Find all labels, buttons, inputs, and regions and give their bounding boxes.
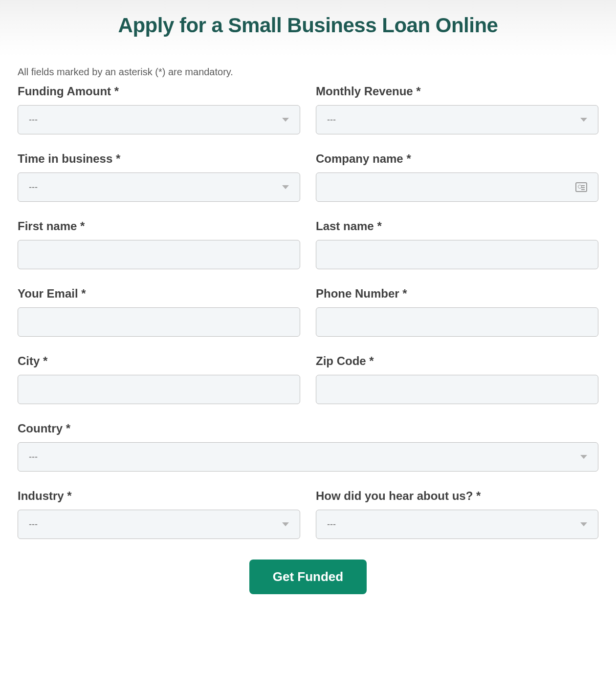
field-city: City * [18,354,300,404]
select-value: --- [29,115,277,125]
select-industry[interactable]: --- [18,510,300,539]
field-first-name: First name * [18,219,300,269]
email-input[interactable] [29,308,289,336]
phone-input[interactable] [327,308,587,336]
select-value: --- [327,519,575,530]
page-title: Apply for a Small Business Loan Online [0,14,616,37]
select-hear-about[interactable]: --- [316,510,598,539]
id-card-icon [575,182,587,192]
label-monthly-revenue: Monthly Revenue * [316,85,598,98]
select-value: --- [29,182,277,193]
label-time-in-business: Time in business * [18,152,300,166]
field-country: Country * --- [18,422,598,472]
label-city: City * [18,354,300,368]
label-industry: Industry * [18,489,300,503]
mandatory-note: All fields marked by an asterisk (*) are… [18,66,598,78]
label-funding-amount: Funding Amount * [18,85,300,98]
submit-row: Get Funded [18,560,598,594]
select-monthly-revenue[interactable]: --- [316,105,598,134]
field-monthly-revenue: Monthly Revenue * --- [316,85,598,134]
field-time-in-business: Time in business * --- [18,152,300,202]
label-email: Your Email * [18,287,300,301]
label-phone: Phone Number * [316,287,598,301]
input-wrapper-city [18,375,300,404]
field-funding-amount: Funding Amount * --- [18,85,300,134]
label-hear-about: How did you hear about us? * [316,489,598,503]
get-funded-button[interactable]: Get Funded [249,560,367,594]
input-wrapper-last-name [316,240,598,269]
input-wrapper-email [18,307,300,337]
field-industry: Industry * --- [18,489,300,539]
input-wrapper-first-name [18,240,300,269]
chevron-down-icon [580,455,587,459]
chevron-down-icon [282,522,289,526]
label-country: Country * [18,422,598,435]
select-value: --- [29,452,575,462]
field-company-name: Company name * [316,152,598,202]
header: Apply for a Small Business Loan Online [0,0,616,57]
select-value: --- [327,115,575,125]
chevron-down-icon [580,118,587,122]
chevron-down-icon [282,185,289,189]
label-company-name: Company name * [316,152,598,166]
field-zip: Zip Code * [316,354,598,404]
select-country[interactable]: --- [18,442,598,472]
company-name-input[interactable] [327,173,575,201]
zip-input[interactable] [327,375,587,404]
chevron-down-icon [282,118,289,122]
input-wrapper-phone [316,307,598,337]
select-value: --- [29,519,277,530]
label-last-name: Last name * [316,219,598,233]
chevron-down-icon [580,522,587,526]
first-name-input[interactable] [29,240,289,269]
input-wrapper-company-name [316,172,598,202]
input-wrapper-zip [316,375,598,404]
label-zip: Zip Code * [316,354,598,368]
city-input[interactable] [29,375,289,404]
field-phone: Phone Number * [316,287,598,337]
field-email: Your Email * [18,287,300,337]
field-last-name: Last name * [316,219,598,269]
select-time-in-business[interactable]: --- [18,172,300,202]
select-funding-amount[interactable]: --- [18,105,300,134]
label-first-name: First name * [18,219,300,233]
form-grid: Funding Amount * --- Monthly Revenue * -… [18,85,598,539]
form-wrapper: All fields marked by an asterisk (*) are… [0,57,616,614]
last-name-input[interactable] [327,240,587,269]
field-hear-about: How did you hear about us? * --- [316,489,598,539]
